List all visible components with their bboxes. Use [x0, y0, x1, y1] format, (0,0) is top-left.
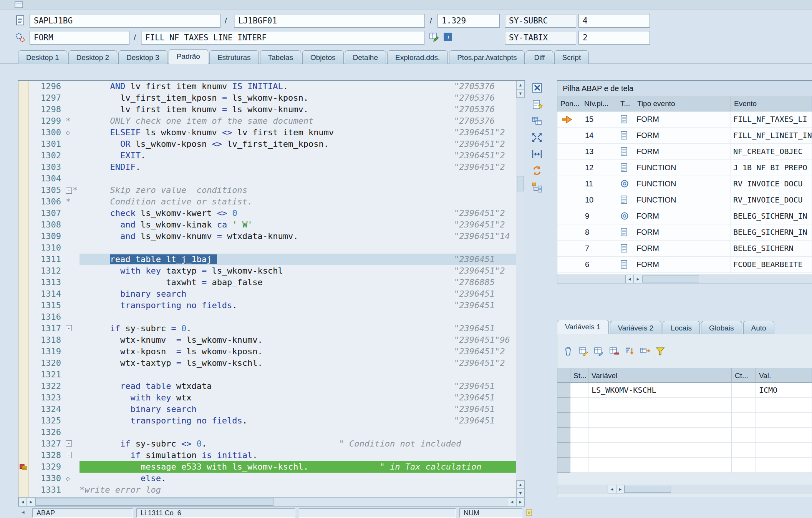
- code-text[interactable]: binary search"2396451: [80, 288, 516, 300]
- code-text[interactable]: read table wtxdata"2396451: [80, 380, 516, 392]
- delete-icon[interactable]: [563, 346, 573, 357]
- scroll-right-icon[interactable]: ►: [616, 485, 625, 493]
- line-position-field[interactable]: 1.329: [437, 14, 500, 28]
- variable-value-cell[interactable]: ICMO: [756, 383, 812, 398]
- event-name-field[interactable]: FILL_NF_TAXES_LINE_INTERF: [141, 31, 424, 45]
- filter-icon[interactable]: [655, 346, 666, 357]
- code-text[interactable]: AND lv_first_item_knumv IS INITIAL."2705…: [80, 81, 516, 92]
- code-text[interactable]: if sy-subrc = 0."2396451: [80, 323, 516, 334]
- tab-desktop-3[interactable]: Desktop 3: [118, 50, 167, 64]
- scroll-right-icon[interactable]: ►: [516, 498, 525, 506]
- stack-row[interactable]: 14FORMFILL_NF_LINEIT_IN: [557, 128, 812, 144]
- sort-icon[interactable]: [624, 346, 635, 357]
- variable-value-cell[interactable]: [756, 458, 812, 473]
- row-selector[interactable]: [557, 458, 570, 473]
- variable-name-cell[interactable]: [588, 413, 732, 428]
- tab-padr-o[interactable]: Padrão: [169, 49, 208, 64]
- code-text[interactable]: check ls_wkomv-kwert <> 0"2396451"2: [80, 208, 516, 219]
- column-header-status[interactable]: St...: [570, 368, 588, 383]
- code-text[interactable]: *write error log: [80, 484, 516, 496]
- variables-horizontal-scrollbar[interactable]: ◄ ►: [557, 485, 812, 494]
- fold-icon[interactable]: -: [66, 188, 72, 194]
- variable-name-cell[interactable]: LS_WKOMV-KSCHL: [588, 383, 732, 398]
- stack-row[interactable]: 15FORMFILL_NF_TAXES_LI: [557, 111, 812, 128]
- variable-value-cell[interactable]: [756, 398, 812, 413]
- code-text[interactable]: else.: [80, 473, 516, 484]
- editor-vertical-scrollbar[interactable]: ▲ ▼ ▲ ▼: [516, 81, 525, 497]
- column-header-type[interactable]: T...: [617, 96, 634, 111]
- vertical-scroll-thumb[interactable]: [517, 176, 524, 191]
- scroll-right-icon[interactable]: ►: [634, 275, 642, 283]
- tab-desktop-2[interactable]: Desktop 2: [68, 50, 118, 64]
- program-field[interactable]: SAPLJ1BG: [30, 14, 220, 28]
- code-text[interactable]: [80, 173, 516, 184]
- code-text[interactable]: [80, 242, 516, 254]
- variable-name-cell[interactable]: [588, 428, 732, 443]
- tab-auto[interactable]: Auto: [743, 321, 774, 334]
- variable-value-cell[interactable]: [756, 413, 812, 428]
- code-text[interactable]: OR ls_wkomv-kposn <> lv_first_item_kposn…: [80, 138, 516, 150]
- close-icon[interactable]: [531, 82, 544, 94]
- code-text[interactable]: read table lt_j_1baj "2396451: [80, 254, 516, 265]
- code-text[interactable]: message e533 with ls_wkomv-kschl. " in T…: [80, 461, 516, 473]
- tab-script[interactable]: Script: [554, 50, 589, 64]
- fold-icon[interactable]: -: [66, 325, 72, 331]
- row-selector[interactable]: [557, 428, 570, 443]
- column-header-pointer[interactable]: Pon...: [557, 96, 581, 111]
- sessions-overview-icon[interactable]: [531, 115, 544, 127]
- horizontal-scroll-thumb[interactable]: [625, 486, 671, 493]
- variable-row[interactable]: [557, 428, 812, 443]
- stack-row[interactable]: 7FORMBELEG_SICHERN: [557, 241, 812, 257]
- code-text[interactable]: ENDIF."2396451"2: [80, 161, 516, 173]
- tab-vari-veis-1[interactable]: Variáveis 1: [557, 320, 609, 334]
- editor-horizontal-scrollbar[interactable]: ◄ ► ◄ ►: [18, 497, 525, 506]
- code-text[interactable]: lv_first_item_knumv = ls_wkomv-knumv."27…: [80, 104, 516, 115]
- tab-globais[interactable]: Globais: [701, 321, 742, 334]
- code-text[interactable]: Condition active or statist.: [80, 196, 516, 208]
- code-text[interactable]: wtx-knumv = ls_wkomv-knumv."2396451"96: [80, 334, 516, 346]
- event-type-field[interactable]: FORM: [30, 31, 129, 45]
- code-text[interactable]: wtx-kposn = ls_wkomv-kposn."2396451"2: [80, 346, 516, 357]
- code-text[interactable]: and ls_wkomv-kinak ca ' W'"2396451"2: [80, 219, 516, 231]
- move-entry-icon[interactable]: [640, 346, 650, 357]
- horizontal-scroll-thumb[interactable]: [642, 276, 699, 282]
- fullscreen-icon[interactable]: [531, 132, 544, 143]
- column-header-value[interactable]: Val.: [756, 368, 812, 383]
- variable-row[interactable]: [557, 443, 812, 458]
- scroll-left-icon[interactable]: ◄: [608, 485, 616, 493]
- code-text[interactable]: transporting no fields."2396451: [80, 300, 516, 311]
- tab-explorad-dds-[interactable]: Explorad.dds.: [387, 50, 448, 64]
- stack-row[interactable]: 12FUNCTIONJ_1B_NF_BI_PREPO: [557, 160, 812, 176]
- scroll-left-icon[interactable]: ◄: [18, 498, 27, 506]
- scroll-down-icon[interactable]: ▼: [516, 89, 525, 98]
- code-text[interactable]: [80, 311, 516, 323]
- code-text[interactable]: EXIT."2396451"2: [80, 150, 516, 161]
- stack-row[interactable]: 10FUNCTIONRV_INVOICE_DOCU: [557, 192, 812, 208]
- code-text[interactable]: with key taxtyp = ls_wkomv-kschl"2396451…: [80, 265, 516, 277]
- code-text[interactable]: lv_first_item_kposn = ls_wkomv-kposn."27…: [80, 92, 516, 104]
- display-list-icon[interactable]: [429, 32, 441, 44]
- column-header-event-type[interactable]: Tipo evento: [634, 96, 731, 111]
- fold-icon[interactable]: -: [66, 440, 72, 447]
- stack-row[interactable]: 11FUNCTIONRV_INVOICE_DOCU: [557, 176, 812, 192]
- scroll-left-icon[interactable]: ◄: [625, 275, 634, 283]
- code-text[interactable]: [80, 369, 516, 380]
- window-icon[interactable]: [15, 1, 23, 10]
- tab-tabelas[interactable]: Tabelas: [260, 50, 302, 64]
- code-text[interactable]: if sy-subrc <> 0. " Condition not includ…: [80, 438, 516, 450]
- row-selector[interactable]: [557, 443, 570, 458]
- variable-row[interactable]: [557, 458, 812, 473]
- scroll-left-icon[interactable]: ◄: [508, 498, 516, 506]
- code-text[interactable]: ONLY check one item of the same document…: [80, 115, 516, 127]
- create-session-icon[interactable]: [531, 99, 544, 110]
- tab-desktop-1[interactable]: Desktop 1: [18, 50, 67, 64]
- stack-row[interactable]: 13FORMNF_CREATE_OBJEC: [557, 144, 812, 160]
- variable-value-cell[interactable]: [756, 428, 812, 443]
- change-entry-icon[interactable]: [593, 346, 604, 357]
- stack-row[interactable]: 6FORMFCODE_BEARBEITE: [557, 257, 812, 273]
- code-text[interactable]: Skip zero value conditions: [80, 184, 516, 196]
- tab-objetos[interactable]: Objetos: [302, 50, 343, 64]
- variable-name-cell[interactable]: [588, 443, 732, 458]
- sy-subrc-value-field[interactable]: 4: [578, 14, 650, 28]
- column-header-level[interactable]: Nív.pi...: [581, 96, 617, 111]
